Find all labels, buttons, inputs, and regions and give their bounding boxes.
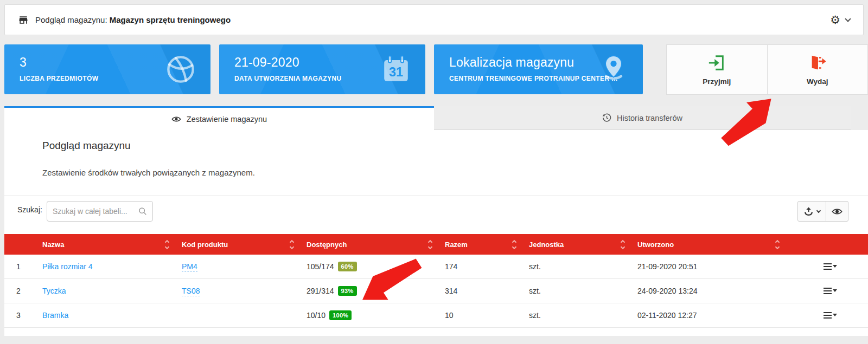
eye-icon bbox=[171, 115, 181, 123]
unit: szt. bbox=[529, 262, 637, 271]
door-exit-icon bbox=[808, 54, 827, 72]
section-title: Podgląd magazynu bbox=[42, 140, 131, 152]
warehouse-name: Magazyn sprzętu treningowego bbox=[110, 15, 231, 24]
page-title: Podgląd magazynu: Magazyn sprzętu trenin… bbox=[35, 15, 231, 24]
sort-icon[interactable] bbox=[621, 241, 624, 249]
door-enter-icon bbox=[707, 54, 726, 72]
stat-card-item-count: 3 LICZBA PRZEDMIOTÓW bbox=[4, 44, 210, 94]
issue-button-label: Wydaj bbox=[807, 77, 828, 86]
chevron-down-icon bbox=[816, 208, 821, 212]
transfer-actions-panel: Przyjmij Wydaj bbox=[666, 44, 868, 95]
row-index: 1 bbox=[4, 262, 42, 271]
search-icon bbox=[138, 207, 147, 216]
created-date: 24-09-2020 13:24 bbox=[637, 287, 792, 295]
gear-icon: ⚙ bbox=[830, 14, 840, 25]
available-count: 10/10 bbox=[307, 311, 326, 320]
table-body: 1 Piłka rozmiar 4 PM4 105/174 60% 174 sz… bbox=[4, 255, 868, 328]
export-button[interactable] bbox=[798, 202, 826, 221]
eye-icon bbox=[832, 207, 843, 216]
sort-icon[interactable] bbox=[429, 241, 432, 249]
calendar-icon: 31 bbox=[381, 54, 411, 85]
stat-card-location: Lokalizacja magazynu CENTRUM TRENINGOWE … bbox=[434, 44, 643, 94]
table-toolbar bbox=[797, 201, 848, 222]
item-name-link[interactable]: Piłka rozmiar 4 bbox=[42, 262, 93, 271]
settings-menu-button[interactable]: ⚙ bbox=[830, 14, 850, 25]
row-index: 3 bbox=[4, 311, 42, 320]
sort-icon[interactable] bbox=[776, 241, 779, 249]
available-count: 291/314 bbox=[307, 287, 334, 295]
menu-bars-icon bbox=[824, 263, 832, 270]
item-name-link[interactable]: Bramka bbox=[42, 311, 68, 320]
issue-button[interactable]: Wydaj bbox=[767, 45, 868, 94]
sort-icon[interactable] bbox=[290, 241, 293, 249]
export-icon bbox=[803, 206, 814, 217]
row-index: 2 bbox=[4, 287, 42, 295]
header-cell-available[interactable]: Dostępnych bbox=[307, 241, 445, 249]
table-row: 3 Bramka 10/10 100% 10 szt. 02-11-2020 1… bbox=[4, 303, 868, 328]
availability-badge: 100% bbox=[329, 310, 352, 320]
svg-text:31: 31 bbox=[389, 65, 403, 79]
ball-icon bbox=[165, 54, 196, 85]
location-pin-icon bbox=[598, 54, 629, 85]
tab-transfer-history-label: Historia transferów bbox=[617, 114, 682, 122]
divider bbox=[4, 195, 868, 196]
unit: szt. bbox=[529, 311, 637, 320]
tab-transfer-history[interactable]: Historia transferów bbox=[434, 106, 851, 130]
section-description: Zestawienie środków trwałych powiązanych… bbox=[42, 168, 255, 177]
receive-button[interactable]: Przyjmij bbox=[667, 45, 767, 94]
header-cell-code[interactable]: Kod produktu bbox=[182, 241, 307, 249]
header-cell-name[interactable]: Nazwa bbox=[42, 241, 182, 249]
item-code-link[interactable]: TS08 bbox=[182, 287, 200, 296]
tab-warehouse-summary[interactable]: Zestawienie magazynu bbox=[4, 106, 434, 130]
search-label: Szukaj: bbox=[17, 205, 42, 214]
menu-bars-icon bbox=[824, 288, 832, 294]
menu-bars-icon bbox=[824, 312, 832, 319]
caret-down-icon bbox=[833, 289, 837, 292]
availability-badge: 60% bbox=[338, 262, 357, 271]
row-actions-menu[interactable] bbox=[824, 263, 837, 270]
total-count: 314 bbox=[445, 287, 529, 295]
header-cell-created[interactable]: Utworzono bbox=[637, 241, 792, 249]
store-icon bbox=[18, 15, 29, 25]
created-date: 21-09-2020 20:51 bbox=[637, 262, 792, 271]
stat-card-created-date: 21-09-2020 DATA UTWORZENIA MAGAZYNU 31 bbox=[219, 44, 425, 94]
search-box bbox=[47, 201, 153, 222]
available-count: 105/174 bbox=[307, 262, 334, 271]
table-row: 1 Piłka rozmiar 4 PM4 105/174 60% 174 sz… bbox=[4, 255, 868, 279]
total-count: 174 bbox=[445, 262, 529, 271]
sort-icon[interactable] bbox=[165, 241, 169, 249]
tab-warehouse-summary-label: Zestawienie magazynu bbox=[187, 115, 267, 124]
receive-button-label: Przyjmij bbox=[703, 77, 731, 86]
header-cell-unit[interactable]: Jednostka bbox=[529, 241, 637, 249]
sort-icon[interactable] bbox=[513, 241, 516, 249]
total-count: 10 bbox=[445, 311, 529, 320]
created-date: 02-11-2020 12:27 bbox=[637, 311, 792, 320]
caret-down-icon bbox=[833, 314, 837, 316]
unit: szt. bbox=[529, 287, 637, 295]
table-row: 2 Tyczka TS08 291/314 93% 314 szt. 24-09… bbox=[4, 279, 868, 303]
row-actions-menu[interactable] bbox=[824, 312, 837, 319]
caret-down-icon bbox=[833, 265, 837, 268]
warehouse-header-bar: Podgląd magazynu: Magazyn sprzętu trenin… bbox=[4, 4, 864, 35]
history-icon bbox=[602, 113, 611, 122]
warehouse-summary-panel: Podgląd magazynu Zestawienie środków trw… bbox=[4, 130, 868, 336]
item-name-link[interactable]: Tyczka bbox=[42, 287, 66, 295]
availability-badge: 93% bbox=[338, 286, 357, 296]
header-cell-total[interactable]: Razem bbox=[445, 241, 529, 249]
chevron-down-icon bbox=[845, 16, 851, 22]
table-header: Nazwa Kod produktu Dostępnych Razem Jedn… bbox=[4, 234, 868, 255]
row-actions-menu[interactable] bbox=[824, 288, 837, 294]
search-input[interactable] bbox=[53, 207, 138, 216]
item-code-link[interactable]: PM4 bbox=[182, 262, 197, 272]
column-visibility-button[interactable] bbox=[826, 202, 848, 221]
